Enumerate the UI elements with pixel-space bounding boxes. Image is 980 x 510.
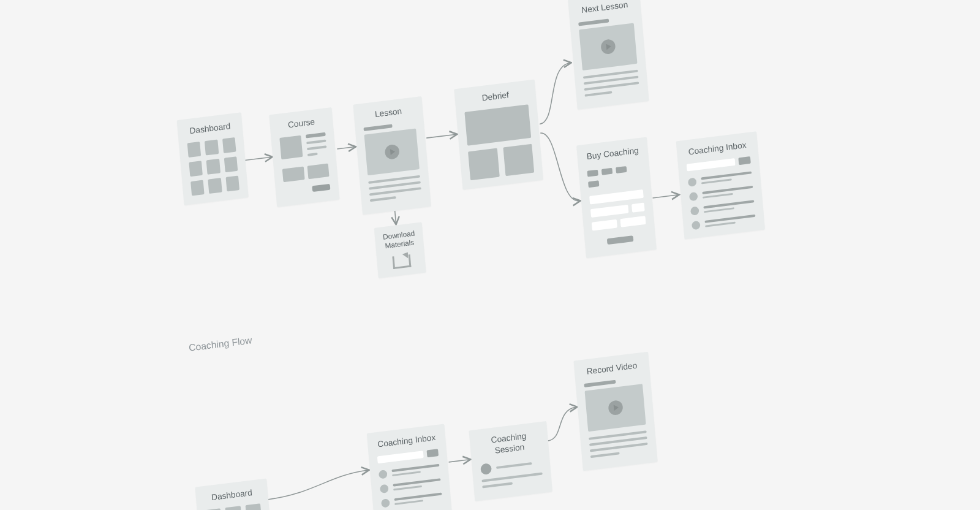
inbox-item [381,492,442,508]
card-debrief: Debrief [454,79,543,189]
card-title: Debrief [463,88,528,106]
card-title: Dashboard [186,121,234,137]
form-field [589,189,644,204]
svg-line-2 [426,134,456,138]
svg-line-0 [245,157,272,160]
card-dashboard: Dashboard [177,112,249,205]
card-title: Course [278,115,325,131]
card-title: Next Lesson [577,0,633,16]
card-lesson: Lesson [353,96,431,215]
video-placeholder [364,128,419,175]
share-icon [392,254,410,269]
card-course: Course [269,107,339,207]
card-title: DownloadMaterials [379,229,419,251]
card-record-video: Record Video [573,352,657,471]
card-next-lesson: Next Lesson [568,0,649,110]
card-title: Coaching Inbox [685,140,750,158]
hero-block [464,104,531,145]
card-title: Coaching Session [478,429,540,457]
svg-line-1 [337,147,355,149]
inbox-item [690,199,755,215]
play-icon [384,143,399,159]
card-coaching-inbox-2: Coaching Inbox [367,424,452,510]
svg-line-4 [653,195,679,198]
video-placeholder [584,384,646,432]
card-buy-coaching: Buy Coaching [576,137,657,257]
inbox-item [692,213,756,229]
cta-pill [312,183,330,191]
card-download-materials: DownloadMaterials [374,222,426,278]
card-title: Lesson [362,104,415,121]
play-icon [608,400,623,416]
card-title: Buy Coaching [586,145,640,162]
card-title: Dashboard [204,487,260,504]
inbox-item [689,185,753,200]
thumb [187,142,202,158]
card-dashboard-2: Dashboard [195,479,274,510]
play-icon [600,39,616,55]
svg-line-5 [449,460,470,462]
submit-pill [607,235,634,245]
inbox-item [380,478,441,493]
inbox-item [379,463,440,479]
card-coaching-inbox: Coaching Inbox [676,131,765,239]
video-placeholder [579,23,637,70]
hero-thumb [279,135,303,159]
search-field [687,158,736,171]
avatar-icon [480,463,492,475]
inbox-item [688,170,752,186]
card-title: Record Video [582,360,641,378]
card-title: Coaching Inbox [375,432,437,450]
search-button [738,156,751,165]
card-coaching-session: Coaching Session [469,421,553,501]
section-coaching-flow: Coaching Flow [189,335,252,354]
